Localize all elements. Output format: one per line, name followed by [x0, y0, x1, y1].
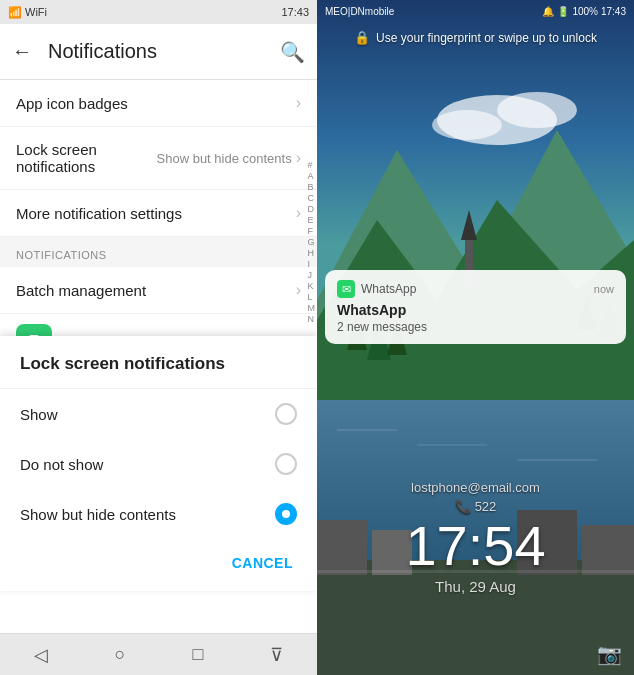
ls-battery-icon: 🔋: [557, 6, 569, 17]
cancel-button[interactable]: CANCEL: [220, 547, 305, 579]
notif-time: now: [594, 283, 614, 295]
lock-screen-dialog: Lock screen notifications Show Do not sh…: [0, 336, 317, 591]
arrow-icon-3: ›: [296, 204, 301, 222]
back-button[interactable]: ←: [12, 40, 32, 63]
lock-screen-label: Lock screen notifications: [16, 141, 157, 175]
left-status-bar: 📶 WiFi 17:43: [0, 0, 317, 24]
top-bar: ← Notifications 🔍: [0, 24, 317, 80]
notification-header: ✉ WhatsApp now: [337, 280, 614, 298]
more-settings-item[interactable]: More notification settings ›: [0, 190, 317, 237]
phone-number: 522: [475, 499, 497, 514]
back-nav-button[interactable]: ◁: [34, 644, 48, 666]
settings-list: App icon badges › Lock screen notificati…: [0, 80, 317, 633]
ls-battery-text: 100%: [572, 6, 598, 17]
fingerprint-text: Use your fingerprint or swipe up to unlo…: [376, 31, 597, 45]
status-bar-right: 17:43: [281, 6, 309, 18]
user-phone: 📞 522: [455, 499, 497, 514]
lock-icon: 🔒: [354, 30, 370, 45]
notif-title: WhatsApp: [337, 302, 614, 318]
fingerprint-prompt: 🔒 Use your fingerprint or swipe up to un…: [354, 30, 597, 45]
show-hide-label: Show but hide contents: [20, 506, 275, 523]
scroll-index: # A B C D E F G H I J K L M N: [308, 160, 316, 324]
signal-icon: 📶: [8, 6, 22, 19]
menu-nav-button[interactable]: ⊽: [270, 644, 283, 666]
notif-app-name: WhatsApp: [361, 282, 588, 296]
page-title: Notifications: [48, 40, 280, 63]
recent-nav-button[interactable]: □: [193, 644, 204, 665]
wifi-icon: WiFi: [25, 6, 47, 18]
show-radio[interactable]: [275, 403, 297, 425]
home-nav-button[interactable]: ○: [115, 644, 126, 665]
left-panel: 📶 WiFi 17:43 ← Notifications 🔍 App icon …: [0, 0, 317, 675]
show-hide-radio[interactable]: [275, 503, 297, 525]
right-panel: MEO|DNmobile 🔔 🔋 100% 17:43 🔒 Use your f…: [317, 0, 634, 675]
notifications-section-header: NOTIFICATIONS: [0, 237, 317, 267]
ls-carrier: MEO|DNmobile: [325, 6, 394, 17]
dialog-title: Lock screen notifications: [0, 336, 317, 389]
status-bar-left: 📶 WiFi: [8, 6, 47, 19]
lock-screen-item[interactable]: Lock screen notifications Show but hide …: [0, 127, 317, 190]
lock-screen-value: Show but hide contents: [157, 151, 292, 166]
phone-icon: 📞: [455, 499, 471, 514]
camera-icon[interactable]: 📷: [597, 642, 622, 666]
notif-message: 2 new messages: [337, 320, 614, 334]
ls-status-bar: MEO|DNmobile 🔔 🔋 100% 17:43: [317, 0, 634, 22]
bottom-nav: ◁ ○ □ ⊽: [0, 633, 317, 675]
arrow-icon-4: ›: [296, 281, 301, 299]
left-time: 17:43: [281, 6, 309, 18]
app-icon-badges-item[interactable]: App icon badges ›: [0, 80, 317, 127]
show-label: Show: [20, 406, 275, 423]
arrow-icon: ›: [296, 94, 301, 112]
batch-management-item[interactable]: Batch management ›: [0, 267, 317, 314]
ls-status-left: MEO|DNmobile: [325, 6, 394, 17]
lockscreen-bottom-info: lostphone@email.com 📞 522 17:54 Thu, 29 …: [317, 480, 634, 595]
do-not-show-option[interactable]: Do not show: [0, 439, 317, 489]
svg-point-2: [497, 92, 577, 128]
do-not-show-radio[interactable]: [275, 453, 297, 475]
app-icon-badges-label: App icon badges: [16, 95, 296, 112]
more-settings-label: More notification settings: [16, 205, 296, 222]
lockscreen-time: 17:54: [405, 518, 545, 574]
svg-point-3: [432, 110, 502, 140]
do-not-show-label: Do not show: [20, 456, 275, 473]
ls-bottom-nav: 📷: [317, 633, 634, 675]
whatsapp-notification[interactable]: ✉ WhatsApp now WhatsApp 2 new messages: [325, 270, 626, 344]
lockscreen-date: Thu, 29 Aug: [435, 578, 516, 595]
batch-management-label: Batch management: [16, 282, 296, 299]
search-button[interactable]: 🔍: [280, 40, 305, 64]
whatsapp-icon: ✉: [337, 280, 355, 298]
arrow-icon-2: ›: [296, 149, 301, 167]
show-option[interactable]: Show: [0, 389, 317, 439]
ls-status-right: 🔔 🔋 100% 17:43: [542, 6, 626, 17]
ls-alarm-icon: 🔔: [542, 6, 554, 17]
dialog-actions: CANCEL: [0, 539, 317, 591]
ls-time-status: 17:43: [601, 6, 626, 17]
user-email: lostphone@email.com: [411, 480, 540, 495]
show-hide-contents-option[interactable]: Show but hide contents: [0, 489, 317, 539]
